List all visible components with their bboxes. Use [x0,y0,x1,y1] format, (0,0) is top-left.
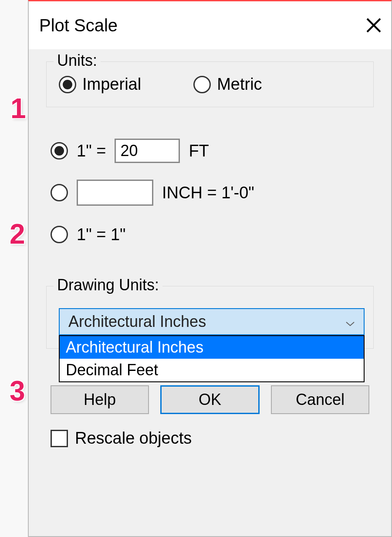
scale-2-right-text: INCH = 1'-0" [162,184,254,202]
close-icon [365,17,382,34]
drawing-units-fieldset: Drawing Units: Architectural Inches Arch… [46,286,374,349]
dropdown-item-decimal[interactable]: Decimal Feet [60,359,364,381]
plot-scale-dialog: Plot Scale Units: Imperial Metric [28,0,392,537]
drawing-units-legend: Drawing Units: [54,276,162,294]
dropdown-list: Architectural Inches Decimal Feet [59,335,365,382]
scale-section: 1" = FT INCH = 1'-0" 1" = 1" [46,138,374,248]
units-legend: Units: [54,51,101,70]
units-radio-imperial[interactable]: Imperial [59,75,141,94]
units-radio-row: Imperial Metric [59,75,365,94]
dropdown-item-architectural[interactable]: Architectural Inches [60,336,364,359]
help-button[interactable]: Help [51,385,149,414]
scale-row-2: INCH = 1'-0" [51,180,374,206]
radio-icon [193,76,211,93]
rescale-checkbox[interactable] [51,430,68,447]
scale-row-3: 1" = 1" [51,221,374,248]
radio-dot-icon [54,146,64,156]
ok-button[interactable]: OK [160,385,260,414]
radio-icon [51,226,68,243]
chevron-down-icon [345,313,355,331]
dropdown-selected[interactable]: Architectural Inches [59,308,365,335]
close-button[interactable] [365,17,382,34]
units-label-metric: Metric [217,75,262,94]
annotation-3: 3 [10,375,25,407]
scale-row-1: 1" = FT [51,138,374,164]
scale-1-left-text: 1" = [77,142,106,160]
titlebar: Plot Scale [29,1,391,49]
radio-icon [51,142,68,160]
scale-1-input[interactable] [115,139,180,163]
units-fieldset: Units: Imperial Metric [46,61,374,107]
rescale-label: Rescale objects [75,429,192,448]
dialog-content: Units: Imperial Metric [29,49,391,456]
annotation-1: 1 [10,92,26,125]
drawing-units-dropdown[interactable]: Architectural Inches Architectural Inche… [59,308,365,335]
button-row: Help OK Cancel [46,385,374,414]
units-radio-metric[interactable]: Metric [193,75,262,94]
units-label-imperial: Imperial [82,75,141,94]
dropdown-selected-text: Architectural Inches [68,313,206,331]
scale-3-text: 1" = 1" [77,225,126,244]
cancel-button[interactable]: Cancel [271,385,369,414]
scale-1-right-text: FT [189,142,209,160]
dialog-title: Plot Scale [39,16,118,35]
scale-radio-2[interactable] [51,184,68,201]
scale-radio-1[interactable] [51,142,68,160]
scale-radio-3[interactable] [51,226,68,243]
radio-icon [51,184,68,201]
radio-dot-icon [63,80,72,89]
rescale-checkbox-row: Rescale objects [46,429,374,448]
annotation-2: 2 [10,218,25,250]
radio-icon [59,76,76,93]
scale-2-input[interactable] [77,180,153,206]
